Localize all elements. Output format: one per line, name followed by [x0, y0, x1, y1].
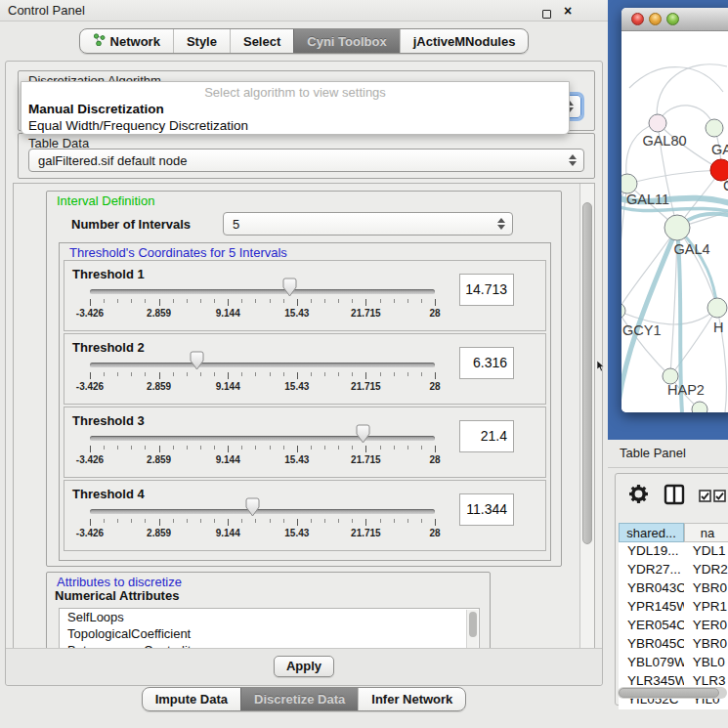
table-panel-frame: shared...na YDL19...YDL1YDR27...YDR2YBR0… [615, 473, 728, 706]
table-cell: YBR045C [619, 635, 684, 654]
slider-handle[interactable] [356, 424, 370, 444]
settings-vertical-scrollbar[interactable] [579, 184, 594, 649]
bottom-tab-impute-data[interactable]: Impute Data [143, 688, 240, 710]
table-row[interactable]: YBR045CYBR0 [619, 635, 728, 654]
slider-ticks [90, 518, 435, 527]
bottom-tab-discretize-data[interactable]: Discretize Data [240, 688, 358, 710]
network-canvas[interactable]: GAL80GACGAL11GAL4GCY1HHAP2 [621, 31, 728, 412]
threshold-value-field[interactable]: 14.713 [459, 274, 514, 306]
slider-track[interactable] [90, 436, 435, 441]
network-edge[interactable] [657, 64, 727, 123]
tab-jactivemnodules[interactable]: jActiveMNodules [400, 29, 529, 53]
threshold-label: Threshold 2 [72, 340, 145, 355]
control-panel: Control Panel × NetworkStyleSelectCyni T… [0, 0, 608, 728]
network-node[interactable] [621, 303, 625, 319]
bottom-tab-infer-network[interactable]: Infer Network [358, 688, 465, 710]
threshold-label: Threshold 3 [72, 413, 145, 428]
algorithm-option[interactable]: Manual Discretization [21, 101, 569, 117]
network-edge[interactable] [629, 67, 723, 92]
attributes-group: Attributes to discretize Numerical Attri… [46, 572, 491, 650]
top-tab-bar: NetworkStyleSelectCyni ToolboxjActiveMNo… [0, 28, 608, 54]
number-of-intervals-combobox[interactable]: 5 [223, 212, 513, 236]
threshold-row: Threshold 3-3.4262.8599.14415.4321.71528… [64, 407, 546, 478]
attribute-list-item[interactable]: TopologicalCoefficient [60, 625, 479, 642]
threshold-row: Threshold 4-3.4262.8599.14415.4321.71528… [64, 480, 546, 551]
threshold-value-field[interactable]: 11.344 [459, 493, 514, 526]
slider-ticks [90, 445, 435, 453]
table-cell: YBR043C [619, 579, 684, 598]
threshold-row: Threshold 1-3.4262.8599.14415.4321.71528… [64, 260, 546, 331]
attributes-list-scrollbar[interactable] [466, 610, 478, 650]
network-node-label: GA [711, 142, 728, 157]
slider-handle[interactable] [190, 351, 204, 370]
table-horizontal-scrollbar[interactable] [618, 687, 727, 699]
tab-network[interactable]: Network [80, 29, 173, 53]
threshold-value-field[interactable]: 21.4 [459, 420, 514, 452]
float-window-icon[interactable] [539, 4, 553, 18]
right-column: GAL80GACGAL11GAL4GCY1HHAP2 Table Panel [608, 0, 728, 728]
tab-cyni-toolbox[interactable]: Cyni Toolbox [293, 29, 399, 53]
network-node[interactable] [692, 402, 707, 412]
interval-definition-group: Interval Definition Number of Intervals … [46, 191, 562, 567]
network-node[interactable] [707, 298, 727, 318]
network-node[interactable] [649, 114, 666, 132]
table-row[interactable]: YDL19...YDL1 [619, 542, 728, 561]
table-data-combobox[interactable]: galFiltered.sif default node [28, 149, 584, 172]
network-node[interactable] [664, 215, 690, 240]
network-window-titlebar[interactable] [621, 8, 728, 31]
numerical-attributes-label: Numerical Attributes [55, 588, 179, 603]
minimize-traffic-light-icon[interactable] [649, 13, 662, 25]
network-edge[interactable] [670, 308, 717, 376]
network-window: GAL80GACGAL11GAL4GCY1HHAP2 [621, 8, 728, 412]
threshold-value-field[interactable]: 6.316 [459, 347, 514, 379]
tab-style[interactable]: Style [173, 29, 230, 53]
network-node-label: GAL11 [626, 192, 669, 207]
slider-track[interactable] [90, 363, 435, 367]
slider-handle[interactable] [245, 497, 260, 517]
bottom-tab-label: Infer Network [371, 692, 452, 707]
checkbox-checked-icon[interactable] [699, 489, 711, 506]
table-cell: YPR1 [684, 598, 728, 617]
algorithm-option[interactable]: Equal Width/Frequency Discretization [21, 117, 569, 134]
network-thick-edge[interactable] [677, 228, 717, 308]
table-cell: YDR27... [619, 561, 684, 579]
apply-button[interactable]: Apply [274, 656, 334, 677]
checkbox-checked-icon[interactable] [713, 489, 726, 506]
table-toolbar [616, 474, 728, 517]
attribute-list-item[interactable]: SelfLoops [60, 609, 479, 625]
network-node[interactable] [621, 174, 637, 193]
tab-label: Network [110, 34, 160, 49]
thresholds-group: Threshold's Coordinates for 5 Intervals … [59, 242, 551, 561]
table-column-header[interactable]: shared... [619, 523, 684, 542]
network-edge[interactable] [627, 170, 721, 184]
close-icon[interactable]: × [561, 4, 575, 18]
table-row[interactable]: YBR043CYBR0 [619, 579, 728, 598]
settings-gear-icon[interactable] [628, 484, 649, 508]
bottom-tab-label: Discretize Data [254, 692, 345, 707]
number-of-intervals-label: Number of Intervals [71, 217, 191, 232]
close-traffic-light-icon[interactable] [631, 13, 644, 25]
table-cell: YDL1 [684, 542, 728, 561]
control-panel-title: Control Panel [8, 3, 85, 18]
spinner-arrows-icon [497, 218, 505, 230]
table-row[interactable]: YPR145WYPR1 [619, 598, 728, 617]
table-column-header[interactable]: na [684, 523, 728, 542]
slider-handle[interactable] [282, 278, 297, 297]
attributes-group-title: Attributes to discretize [55, 575, 184, 589]
table-row[interactable]: YER054CYER0 [619, 617, 728, 635]
slider-track[interactable] [90, 509, 435, 514]
slider-track[interactable] [90, 289, 435, 294]
network-node-label: GAL80 [642, 133, 686, 149]
numerical-attributes-list[interactable]: SelfLoopsTopologicalCoefficientBetweenne… [59, 608, 480, 650]
network-node-label: GCY1 [622, 322, 662, 338]
table-row[interactable]: YBL079WYBL0 [619, 654, 728, 672]
network-edge[interactable] [677, 228, 717, 308]
network-node[interactable] [706, 119, 723, 137]
table-panel-title: Table Panel [620, 446, 686, 460]
table-row[interactable]: YDR27...YDR2 [619, 561, 728, 579]
slider-tick-labels: -3.4262.8599.14415.4321.71528 [90, 454, 435, 466]
column-layout-icon[interactable] [664, 484, 685, 509]
tab-select[interactable]: Select [230, 29, 293, 53]
node-table: shared...na YDL19...YDL1YDR27...YDR2YBR0… [619, 523, 728, 709]
zoom-traffic-light-icon[interactable] [666, 13, 679, 25]
